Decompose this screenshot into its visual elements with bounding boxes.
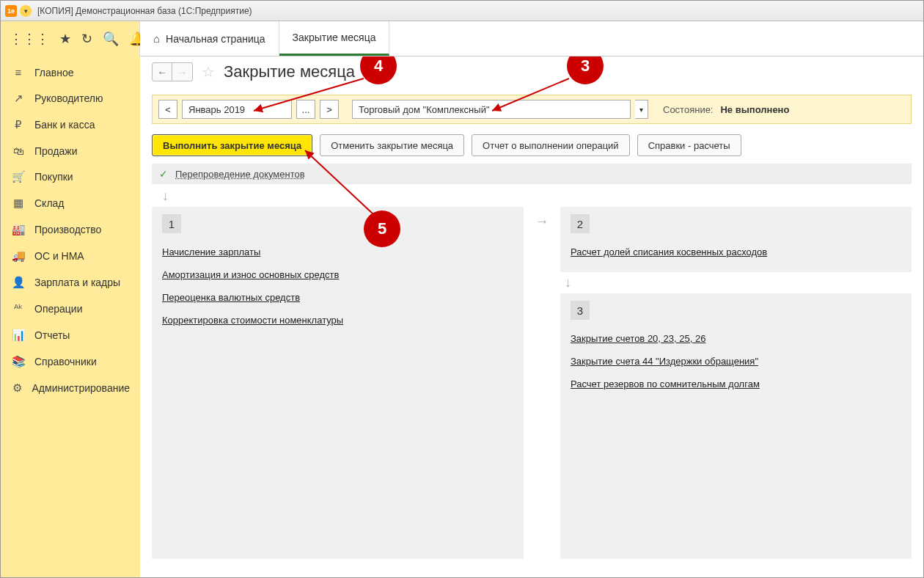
run-closing-button[interactable]: Выполнить закрытие месяца	[152, 134, 312, 156]
reposting-row: ✓ Перепроведение документов	[152, 164, 912, 184]
op-close-account-44-link[interactable]: Закрытие счета 44 "Издержки обращения"	[571, 356, 758, 367]
books-icon: 📚	[11, 355, 26, 368]
period-value: Январь 2019	[188, 104, 245, 115]
op-row: Корректировка стоимости номенклатуры	[162, 310, 513, 330]
tab-home[interactable]: ⌂ Начальная страница	[140, 21, 279, 56]
favorite-star-icon[interactable]: ☆	[202, 63, 215, 81]
sidebar-item-references[interactable]: 📚Справочники	[1, 348, 140, 375]
op-cost-adjustment-link[interactable]: Корректировка стоимости номенклатуры	[162, 315, 343, 326]
status-value: Не выполнено	[720, 104, 789, 115]
window-titlebar: 1e ▾ [КОПИЯ] Демонстрационная база (1С:П…	[1, 1, 923, 21]
organization-input[interactable]: Торговый дом "Комплексный"	[352, 100, 631, 119]
sidebar-item-label: Отчеты	[34, 329, 70, 341]
sidebar-item-payroll[interactable]: 👤Зарплата и кадры	[1, 269, 140, 296]
section-3-number: 3	[571, 301, 590, 320]
op-row: Закрытие счета 44 "Издержки обращения"	[571, 351, 901, 371]
barchart-icon: 📊	[11, 329, 26, 342]
cart-icon: 🛒	[11, 170, 26, 183]
cancel-closing-button[interactable]: Отменить закрытие месяца	[320, 134, 464, 156]
layout: ≡Главное ↗Руководителю ₽Банк и касса 🛍Пр…	[1, 56, 923, 578]
factory-icon: 🏭	[11, 223, 26, 236]
page-title: Закрытие месяца	[224, 62, 355, 81]
right-column-wrapper: 2 Расчет долей списания косвенных расход…	[560, 207, 912, 559]
calc-references-button[interactable]: Справки - расчеты	[637, 134, 741, 156]
main-content: ← → ☆ Закрытие месяца < Январь 2019 ... …	[140, 56, 923, 578]
operations-report-button[interactable]: Отчет о выполнении операций	[472, 134, 630, 156]
reposting-documents-link[interactable]: Перепроведение документов	[175, 169, 305, 180]
period-input[interactable]: Январь 2019	[182, 100, 292, 119]
person-icon: 👤	[11, 276, 26, 289]
sidebar-item-reports[interactable]: 📊Отчеты	[1, 322, 140, 348]
flow-right-icon: →	[535, 207, 549, 559]
sidebar-item-main[interactable]: ≡Главное	[1, 59, 140, 85]
search-icon[interactable]: 🔍	[103, 31, 119, 47]
sidebar-item-warehouse[interactable]: ▦Склад	[1, 190, 140, 216]
nav-back-button[interactable]: ←	[152, 62, 172, 81]
apps-icon[interactable]: ⋮⋮⋮	[10, 31, 49, 47]
callout-5: 5	[364, 211, 400, 247]
section-3: 3 Закрытие счетов 20, 23, 25, 26 Закрыти…	[560, 293, 912, 559]
organization-value: Торговый дом "Комплексный"	[359, 104, 490, 115]
sidebar-item-label: Банк и касса	[34, 119, 95, 131]
op-row: Расчет долей списания косвенных расходов	[571, 242, 901, 262]
op-row: Закрытие счетов 20, 23, 25, 26	[571, 329, 901, 348]
history-icon[interactable]: ↻	[81, 31, 92, 47]
boxes-icon: ▦	[11, 197, 26, 210]
tab-closing-month[interactable]: Закрытие месяца	[279, 21, 390, 56]
op-depreciation-link[interactable]: Амортизация и износ основных средств	[162, 269, 339, 280]
operations-icon: ᴬᵏ	[11, 302, 26, 315]
tab-home-label: Начальная страница	[166, 33, 265, 45]
sidebar-item-admin[interactable]: ⚙Администрирование	[1, 375, 140, 401]
section-1-number: 1	[162, 214, 181, 233]
app-dropdown-icon[interactable]: ▾	[20, 5, 32, 17]
ruble-icon: ₽	[11, 118, 26, 131]
sidebar-item-fixed-assets[interactable]: 🚚ОС и НМА	[1, 243, 140, 269]
sidebar-item-bank[interactable]: ₽Банк и касса	[1, 111, 140, 138]
tabs-bar: ⌂ Начальная страница Закрытие месяца	[140, 21, 923, 56]
home-icon: ⌂	[153, 32, 160, 45]
sidebar-item-production[interactable]: 🏭Производство	[1, 216, 140, 243]
sidebar: ≡Главное ↗Руководителю ₽Банк и касса 🛍Пр…	[1, 56, 140, 578]
window-title: [КОПИЯ] Демонстрационная база (1С:Предпр…	[37, 6, 252, 16]
sidebar-item-label: Производство	[34, 224, 101, 235]
sidebar-item-label: Операции	[34, 303, 83, 315]
chart-icon: ↗	[11, 92, 26, 105]
quick-access-toolbar: ⋮⋮⋮ ★ ↻ 🔍 🔔	[1, 21, 140, 56]
op-row: Амортизация и износ основных средств	[162, 265, 513, 285]
sidebar-item-label: Покупки	[34, 171, 73, 183]
menu-icon: ≡	[11, 66, 26, 78]
bag-icon: 🛍	[11, 144, 26, 157]
sidebar-item-sales[interactable]: 🛍Продажи	[1, 138, 140, 164]
truck-icon: 🚚	[11, 249, 26, 263]
op-payroll-link[interactable]: Начисление зарплаты	[162, 246, 260, 257]
op-currency-revaluation-link[interactable]: Переоценка валютных средств	[162, 292, 300, 303]
organization-dropdown-button[interactable]: ▾	[635, 100, 648, 119]
op-indirect-costs-link[interactable]: Расчет долей списания косвенных расходов	[571, 246, 767, 257]
favorite-icon[interactable]: ★	[59, 31, 71, 47]
nav-forward-button[interactable]: →	[172, 62, 193, 81]
tab-closing-month-label: Закрытие месяца	[293, 32, 376, 43]
actions-row: Выполнить закрытие месяца Отменить закры…	[152, 134, 912, 156]
op-row: Начисление зарплаты	[162, 242, 513, 262]
section-2: 2 Расчет долей списания косвенных расход…	[560, 207, 912, 272]
op-doubtful-debt-reserves-link[interactable]: Расчет резервов по сомнительным долгам	[571, 378, 760, 389]
period-prev-button[interactable]: <	[158, 100, 177, 119]
op-close-accounts-20-link[interactable]: Закрытие счетов 20, 23, 25, 26	[571, 333, 705, 344]
sidebar-item-label: Продажи	[34, 145, 77, 157]
app-logo-icon: 1e	[5, 5, 17, 17]
sidebar-item-label: Зарплата и кадры	[34, 277, 120, 288]
sidebar-item-manager[interactable]: ↗Руководителю	[1, 85, 140, 111]
section-1: 1 Начисление зарплаты Амортизация и изно…	[152, 207, 524, 559]
sidebar-item-label: ОС и НМА	[34, 250, 84, 262]
sidebar-item-operations[interactable]: ᴬᵏОперации	[1, 296, 140, 322]
gear-icon: ⚙	[11, 381, 23, 395]
period-picker-button[interactable]: ...	[296, 100, 315, 119]
sidebar-item-purchases[interactable]: 🛒Покупки	[1, 164, 140, 190]
sidebar-item-label: Главное	[34, 67, 74, 78]
filter-bar: < Январь 2019 ... > Торговый дом "Компле…	[152, 95, 912, 124]
nav-buttons: ← →	[152, 62, 193, 81]
period-next-button[interactable]: >	[320, 100, 339, 119]
status-label: Состояние:	[663, 104, 713, 115]
flow-down-icon: ↓	[565, 275, 912, 290]
sidebar-item-label: Справочники	[34, 356, 97, 367]
